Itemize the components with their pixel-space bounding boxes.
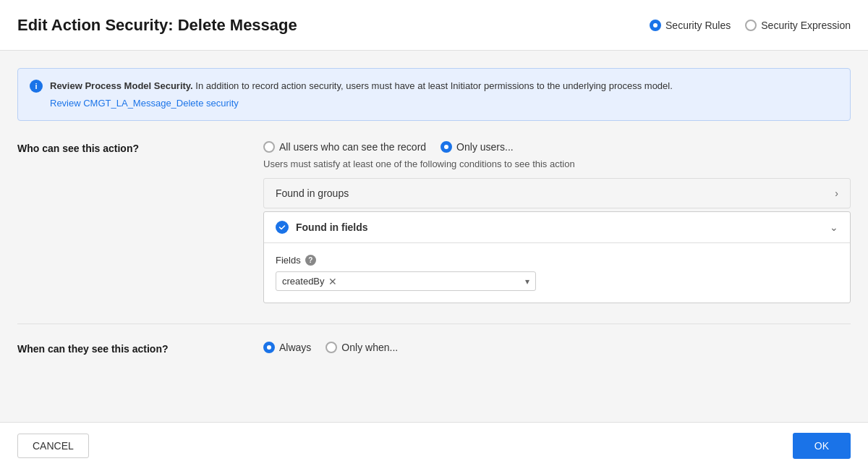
only-when-option[interactable]: Only when... bbox=[326, 342, 398, 353]
all-users-option[interactable]: All users who can see the record bbox=[263, 141, 426, 153]
all-users-radio[interactable] bbox=[263, 141, 275, 153]
only-when-label: Only when... bbox=[341, 342, 398, 353]
tag-dropdown-icon[interactable]: ▾ bbox=[525, 276, 529, 287]
info-banner: i Review Process Model Security. In addi… bbox=[17, 68, 851, 121]
section-separator bbox=[17, 324, 851, 324]
who-radio-group: All users who can see the record Only us… bbox=[263, 141, 851, 153]
groups-accordion-left: Found in groups bbox=[276, 187, 349, 199]
all-users-label: All users who can see the record bbox=[279, 141, 426, 153]
fields-accordion-left: Found in fields bbox=[276, 221, 368, 234]
only-users-option[interactable]: Only users... bbox=[441, 141, 514, 153]
cancel-button[interactable]: CANCEL bbox=[17, 434, 89, 458]
only-users-radio[interactable] bbox=[441, 141, 452, 153]
when-section-label: When can they see this action? bbox=[17, 342, 263, 359]
info-banner-text: Review Process Model Security. In additi… bbox=[50, 79, 673, 110]
bottom-bar: CANCEL OK bbox=[0, 422, 868, 469]
info-banner-link[interactable]: Review CMGT_LA_Message_Delete security bbox=[50, 96, 673, 111]
fields-tag-input[interactable]: createdBy ✕ ▾ bbox=[276, 271, 536, 291]
security-expression-label: Security Expression bbox=[761, 20, 851, 31]
security-rules-radio[interactable] bbox=[650, 20, 661, 31]
groups-accordion: Found in groups › bbox=[263, 178, 851, 208]
always-radio[interactable] bbox=[263, 342, 275, 353]
fields-accordion: Found in fields ⌄ Fields ? createdBy ✕ bbox=[263, 211, 851, 303]
who-section-content: All users who can see the record Only us… bbox=[263, 141, 851, 306]
created-by-tag: createdBy ✕ bbox=[282, 276, 337, 287]
info-banner-body: In addition to record action security, u… bbox=[193, 80, 673, 91]
tag-value: createdBy bbox=[282, 276, 325, 287]
groups-chevron-icon: › bbox=[835, 187, 838, 199]
fields-chevron-icon: ⌄ bbox=[830, 221, 838, 233]
tag-remove-button[interactable]: ✕ bbox=[328, 276, 337, 287]
only-when-radio[interactable] bbox=[326, 342, 337, 353]
only-users-label: Only users... bbox=[456, 141, 514, 153]
security-rules-option[interactable]: Security Rules bbox=[650, 20, 731, 31]
page-title: Edit Action Security: Delete Message bbox=[17, 16, 297, 35]
when-section-content: Always Only when... bbox=[263, 342, 851, 359]
help-icon[interactable]: ? bbox=[305, 255, 316, 266]
fields-accordion-header[interactable]: Found in fields ⌄ bbox=[264, 212, 850, 243]
always-option[interactable]: Always bbox=[263, 342, 311, 353]
fields-accordion-title: Found in fields bbox=[296, 221, 368, 233]
fields-accordion-body: Fields ? createdBy ✕ ▾ bbox=[264, 243, 850, 303]
security-mode-group: Security Rules Security Expression bbox=[650, 20, 851, 31]
always-label: Always bbox=[279, 342, 311, 353]
condition-text: Users must satisfy at least one of the f… bbox=[263, 159, 851, 169]
security-rules-label: Security Rules bbox=[665, 20, 731, 31]
groups-accordion-title: Found in groups bbox=[276, 187, 349, 199]
groups-accordion-header[interactable]: Found in groups › bbox=[264, 179, 850, 208]
who-section-label: Who can see this action? bbox=[17, 141, 263, 306]
who-section: Who can see this action? All users who c… bbox=[17, 141, 851, 306]
ok-button[interactable]: OK bbox=[793, 433, 851, 459]
fields-label: Fields ? bbox=[276, 255, 838, 266]
security-expression-option[interactable]: Security Expression bbox=[745, 20, 851, 31]
fields-check-icon bbox=[276, 221, 289, 234]
when-radio-group: Always Only when... bbox=[263, 342, 851, 353]
fields-label-text: Fields bbox=[276, 255, 301, 266]
when-section: When can they see this action? Always On… bbox=[17, 342, 851, 359]
main-content: i Review Process Model Security. In addi… bbox=[0, 51, 868, 422]
info-icon: i bbox=[30, 80, 43, 93]
info-banner-bold: Review Process Model Security. bbox=[50, 80, 193, 91]
top-bar: Edit Action Security: Delete Message Sec… bbox=[0, 0, 868, 51]
security-expression-radio[interactable] bbox=[745, 20, 757, 31]
